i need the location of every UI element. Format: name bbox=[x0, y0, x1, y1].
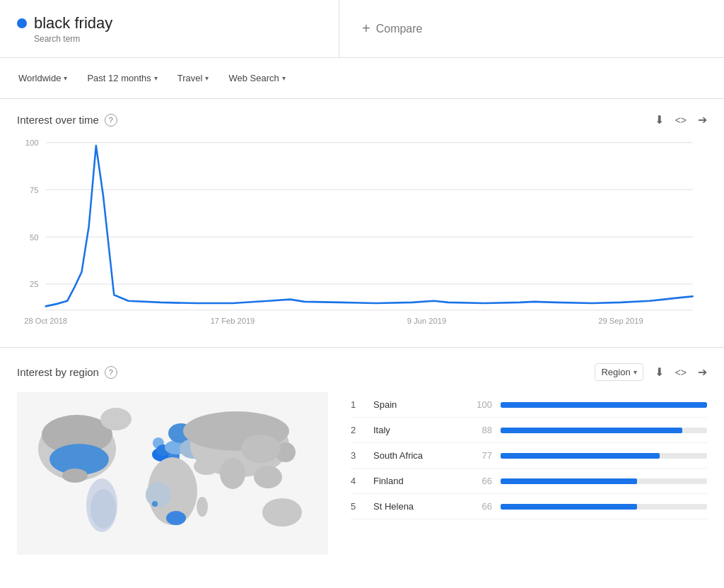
region-bar-fill bbox=[501, 428, 682, 433]
region-bar-fill bbox=[501, 453, 660, 459]
time-filter[interactable]: Past 12 months ▾ bbox=[80, 69, 164, 88]
region-list: 1 Spain 100 2 Italy 88 3 South Africa 77 bbox=[351, 392, 707, 555]
region-item: 5 St Helena 66 bbox=[351, 494, 707, 519]
ibr-help-icon[interactable]: ? bbox=[105, 366, 117, 379]
filter-bar: Worldwide ▾ Past 12 months ▾ Travel ▾ We… bbox=[0, 58, 724, 99]
search-type-filter[interactable]: Web Search ▾ bbox=[221, 69, 292, 88]
ibr-embed-icon[interactable]: <> bbox=[675, 367, 687, 378]
region-score: 77 bbox=[467, 450, 492, 461]
category-label: Travel bbox=[177, 73, 203, 83]
region-bar-bg bbox=[501, 478, 707, 484]
region-rank: 4 bbox=[351, 476, 365, 486]
region-score: 66 bbox=[467, 501, 492, 512]
region-name: St Helena bbox=[373, 501, 458, 512]
region-bar-bg bbox=[501, 453, 707, 459]
region-rank: 3 bbox=[351, 450, 365, 461]
svg-point-36 bbox=[262, 498, 302, 527]
region-name: South Africa bbox=[373, 450, 458, 461]
compare-label: Compare bbox=[376, 23, 423, 35]
iot-header: Interest over time ? ⬇ <> ➔ bbox=[17, 113, 707, 127]
svg-text:75: 75 bbox=[30, 186, 38, 194]
svg-point-32 bbox=[220, 458, 245, 489]
world-map bbox=[17, 392, 328, 555]
region-score: 66 bbox=[467, 476, 492, 486]
region-name: Finland bbox=[373, 476, 458, 486]
region-rank: 2 bbox=[351, 425, 365, 435]
iot-help-icon[interactable]: ? bbox=[105, 114, 117, 127]
region-rank: 1 bbox=[351, 399, 365, 410]
iot-title-group: Interest over time ? bbox=[17, 114, 117, 127]
region-rank: 5 bbox=[351, 501, 365, 512]
ibr-title-group: Interest by region ? bbox=[17, 366, 117, 379]
interest-over-time-section: Interest over time ? ⬇ <> ➔ 100 75 50 25… bbox=[0, 99, 724, 348]
svg-text:29 Sep 2019: 29 Sep 2019 bbox=[598, 317, 643, 325]
search-type-chevron-icon: ▾ bbox=[282, 74, 286, 82]
region-filter-chevron-icon: ▾ bbox=[634, 368, 637, 376]
location-filter[interactable]: Worldwide ▾ bbox=[11, 69, 74, 88]
blue-dot-icon bbox=[17, 18, 27, 28]
svg-text:100: 100 bbox=[25, 139, 39, 147]
svg-point-29 bbox=[146, 482, 171, 507]
time-chevron-icon: ▾ bbox=[154, 74, 158, 82]
svg-point-37 bbox=[152, 501, 158, 507]
iot-title: Interest over time bbox=[17, 114, 99, 126]
region-content: 1 Spain 100 2 Italy 88 3 South Africa 77 bbox=[17, 392, 707, 555]
interest-by-region-section: Interest by region ? Region ▾ ⬇ <> ➔ bbox=[0, 349, 724, 569]
compare-section[interactable]: + Compare bbox=[339, 0, 724, 57]
category-filter[interactable]: Travel ▾ bbox=[170, 69, 216, 88]
search-type-label: Web Search bbox=[228, 73, 279, 83]
search-term-subtitle: Search term bbox=[34, 34, 322, 44]
time-chart-svg: 100 75 50 25 28 Oct 2018 17 Feb 2019 9 J… bbox=[17, 135, 707, 333]
svg-text:17 Feb 2019: 17 Feb 2019 bbox=[211, 317, 255, 325]
region-item: 4 Finland 66 bbox=[351, 469, 707, 494]
region-bar-bg bbox=[501, 402, 707, 408]
svg-point-17 bbox=[62, 469, 88, 483]
svg-point-28 bbox=[166, 511, 186, 525]
ibr-actions: Region ▾ ⬇ <> ➔ bbox=[595, 363, 707, 381]
region-score: 100 bbox=[467, 399, 492, 410]
location-label: Worldwide bbox=[18, 73, 61, 83]
location-chevron-icon: ▾ bbox=[64, 74, 67, 82]
search-term-section: black friday Search term bbox=[0, 0, 339, 57]
compare-plus-icon: + bbox=[362, 20, 370, 37]
svg-point-19 bbox=[90, 489, 116, 529]
time-chart: 100 75 50 25 28 Oct 2018 17 Feb 2019 9 J… bbox=[17, 135, 707, 333]
region-type-filter[interactable]: Region ▾ bbox=[595, 363, 643, 381]
svg-point-35 bbox=[241, 435, 281, 463]
region-bar-fill bbox=[501, 402, 707, 408]
region-filter-label: Region bbox=[601, 367, 630, 377]
svg-text:28 Oct 2018: 28 Oct 2018 bbox=[24, 317, 67, 325]
region-name: Italy bbox=[373, 425, 458, 435]
ibr-title: Interest by region bbox=[17, 366, 99, 378]
time-label: Past 12 months bbox=[87, 73, 151, 83]
svg-point-38 bbox=[100, 408, 132, 430]
iot-download-icon[interactable]: ⬇ bbox=[655, 113, 664, 127]
iot-actions: ⬇ <> ➔ bbox=[655, 113, 707, 127]
ibr-header: Interest by region ? Region ▾ ⬇ <> ➔ bbox=[17, 363, 707, 381]
iot-embed-icon[interactable]: <> bbox=[675, 114, 687, 126]
search-term-title: black friday bbox=[17, 14, 322, 33]
region-item: 2 Italy 88 bbox=[351, 418, 707, 443]
region-bar-fill bbox=[501, 504, 637, 510]
search-term-text: black friday bbox=[34, 14, 112, 33]
svg-text:50: 50 bbox=[30, 233, 38, 241]
svg-text:25: 25 bbox=[30, 280, 38, 288]
region-bar-bg bbox=[501, 504, 707, 510]
map-svg bbox=[17, 392, 328, 555]
category-chevron-icon: ▾ bbox=[205, 74, 209, 82]
svg-point-33 bbox=[254, 466, 282, 488]
region-item: 1 Spain 100 bbox=[351, 392, 707, 418]
iot-share-icon[interactable]: ➔ bbox=[698, 113, 707, 127]
svg-point-39 bbox=[194, 458, 219, 475]
ibr-download-icon[interactable]: ⬇ bbox=[655, 365, 664, 379]
region-score: 88 bbox=[467, 425, 492, 435]
region-bar-bg bbox=[501, 428, 707, 433]
header: black friday Search term + Compare bbox=[0, 0, 724, 58]
region-name: Spain bbox=[373, 399, 458, 410]
svg-text:9 Jun 2019: 9 Jun 2019 bbox=[407, 317, 446, 325]
region-item: 3 South Africa 77 bbox=[351, 443, 707, 469]
ibr-share-icon[interactable]: ➔ bbox=[698, 365, 707, 379]
svg-point-40 bbox=[197, 497, 208, 517]
region-bar-fill bbox=[501, 478, 637, 484]
